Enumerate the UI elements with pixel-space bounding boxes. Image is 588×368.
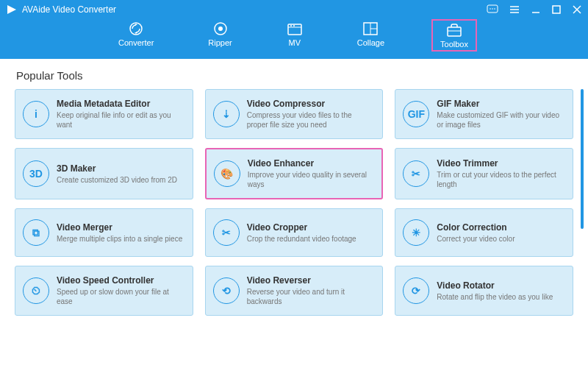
video-reverser-icon: ⟲ (213, 277, 240, 304)
tool-card-metadata-editor[interactable]: iMedia Metadata EditorKeep original file… (15, 89, 193, 139)
video-merger-icon: ⧉ (23, 219, 49, 246)
tool-card-color-correction[interactable]: ☀Color CorrectionCorrect your video colo… (395, 208, 573, 257)
svg-point-3 (494, 8, 495, 10)
video-enhancer-icon: 🎨 (214, 160, 240, 187)
app-title: AVAide Video Converter (22, 4, 116, 15)
tool-desc: Crop the redundant video footage (247, 234, 356, 244)
tool-desc: Improve your video quality in several wa… (248, 170, 373, 189)
tool-desc: Trim or cut your videos to the perfect l… (437, 170, 564, 189)
tool-desc: Rotate and flip the video as you like (437, 292, 553, 302)
tool-desc: Make customized GIF with your video or i… (437, 110, 564, 130)
tab-toolbox[interactable]: Toolbox (431, 19, 477, 52)
gif-maker-icon: GIF (403, 101, 429, 127)
section-title: Popular Tools (0, 59, 588, 89)
tool-title: 3D Maker (57, 163, 177, 174)
maximize-icon[interactable] (551, 4, 562, 15)
ripper-icon (212, 21, 229, 37)
svg-point-16 (290, 25, 292, 26)
tab-mv[interactable]: MV (279, 19, 310, 49)
tab-ripper[interactable]: Ripper (201, 19, 239, 49)
tool-title: Color Correction (437, 222, 514, 233)
svg-point-13 (218, 26, 223, 31)
tool-title: Video Enhancer (248, 158, 373, 169)
tab-converter[interactable]: Converter (111, 19, 161, 49)
tool-title: Video Reverser (247, 275, 374, 286)
video-speed-icon: ⏲ (23, 277, 49, 304)
svg-point-2 (492, 8, 493, 10)
svg-rect-21 (448, 27, 461, 36)
video-trimmer-icon: ✂ (403, 160, 429, 187)
converter-icon (128, 21, 144, 37)
tool-card-gif-maker[interactable]: GIFGIF MakerMake customized GIF with you… (395, 89, 573, 139)
tool-card-video-reverser[interactable]: ⟲Video ReverserReverse your video and tu… (205, 266, 384, 316)
video-cropper-icon: ✂ (213, 219, 240, 246)
mv-icon (287, 21, 303, 37)
metadata-editor-icon: i (23, 101, 49, 127)
tool-title: Video Rotator (437, 280, 553, 291)
toolbox-icon (446, 22, 462, 38)
scrollbar[interactable] (581, 89, 584, 229)
tool-title: Video Cropper (247, 222, 356, 233)
app-logo-icon (6, 4, 18, 15)
tool-title: Video Trimmer (437, 158, 564, 169)
tool-title: Media Metadata Editor (57, 99, 184, 109)
video-rotator-icon: ⟳ (403, 277, 429, 304)
tool-desc: Keep original file info or edit as you w… (57, 110, 184, 130)
tool-card-video-merger[interactable]: ⧉Video MergerMerge multiple clips into a… (15, 208, 193, 257)
close-icon[interactable] (572, 4, 582, 15)
tool-desc: Correct your video color (437, 234, 514, 244)
tool-card-video-speed[interactable]: ⏲Video Speed ControllerSpeed up or slow … (15, 266, 193, 316)
tool-desc: Speed up or slow down your file at ease (57, 287, 184, 306)
tool-card-video-enhancer[interactable]: 🎨Video EnhancerImprove your video qualit… (205, 148, 384, 199)
color-correction-icon: ☀ (403, 219, 429, 246)
tool-title: Video Speed Controller (57, 275, 184, 286)
feedback-icon[interactable] (487, 4, 498, 15)
tool-card-video-cropper[interactable]: ✂Video CropperCrop the redundant video f… (205, 208, 384, 257)
tab-collage[interactable]: Collage (350, 19, 392, 49)
collage-icon (362, 21, 379, 37)
tool-desc: Merge multiple clips into a single piece (57, 234, 182, 244)
tool-title: GIF Maker (437, 99, 564, 109)
tool-desc: Create customized 3D video from 2D (57, 175, 177, 185)
svg-rect-8 (553, 6, 560, 13)
menu-icon[interactable] (509, 4, 520, 15)
svg-point-17 (293, 25, 295, 26)
svg-point-1 (490, 8, 491, 10)
svg-rect-14 (288, 24, 301, 35)
minimize-icon[interactable] (531, 4, 541, 15)
tool-card-3d-maker[interactable]: 3D3D MakerCreate customized 3D video fro… (15, 148, 193, 199)
tool-card-video-rotator[interactable]: ⟳Video RotatorRotate and flip the video … (395, 266, 573, 316)
tool-desc: Reverse your video and turn it backwards (247, 287, 374, 306)
tool-card-video-compressor[interactable]: ⇣Video CompressorCompress your video fil… (205, 89, 384, 139)
tool-card-video-trimmer[interactable]: ✂Video TrimmerTrim or cut your videos to… (395, 148, 573, 199)
tool-title: Video Merger (57, 222, 182, 233)
tool-title: Video Compressor (247, 99, 374, 109)
3d-maker-icon: 3D (23, 160, 49, 187)
tool-desc: Compress your video files to the proper … (247, 110, 374, 130)
video-compressor-icon: ⇣ (213, 101, 240, 127)
